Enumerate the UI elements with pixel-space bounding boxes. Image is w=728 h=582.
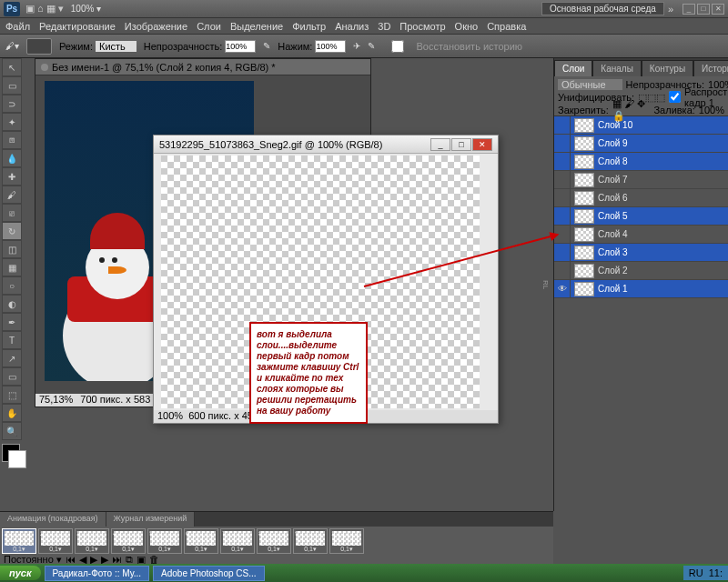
- tab-history[interactable]: История: [693, 60, 728, 76]
- menu-image[interactable]: Изображение: [125, 21, 187, 32]
- close-button[interactable]: ✕: [712, 4, 724, 15]
- frame[interactable]: 50,1▾: [147, 528, 182, 554]
- tab-animation[interactable]: Анимация (покадровая): [0, 512, 106, 527]
- visibility-icon[interactable]: [554, 262, 571, 280]
- history-brush-tool[interactable]: ↻: [2, 222, 22, 240]
- tool-preset-icon[interactable]: 🖌▾: [5, 41, 19, 51]
- type-tool[interactable]: T: [2, 331, 22, 349]
- frame[interactable]: 90,1▾: [293, 528, 328, 554]
- visibility-icon[interactable]: [554, 244, 571, 262]
- task-1[interactable]: Радикал-Фото :: Му...: [45, 566, 150, 581]
- visibility-icon[interactable]: [554, 153, 571, 171]
- lock-icons[interactable]: ▦ 🖌 ✥ 🔒: [612, 98, 651, 122]
- visibility-icon[interactable]: [554, 135, 571, 153]
- frame[interactable]: 10,1▾: [2, 528, 36, 554]
- visibility-icon[interactable]: [554, 116, 571, 135]
- tab-measurements[interactable]: Журнал измерений: [106, 512, 196, 527]
- tab-paths[interactable]: Контуры: [642, 60, 693, 76]
- menu-select[interactable]: Выделение: [230, 21, 283, 32]
- minimize-button[interactable]: _: [682, 4, 695, 15]
- frame[interactable]: 20,1▾: [38, 528, 73, 554]
- zoom-tool[interactable]: 🔍: [2, 422, 22, 440]
- maximize-button[interactable]: □: [697, 4, 710, 15]
- frame-delay[interactable]: 0,1▾: [148, 546, 181, 553]
- gradient-tool[interactable]: ▦: [2, 258, 22, 276]
- mode-select[interactable]: Кисть: [96, 41, 136, 52]
- layer-row[interactable]: Слой 6: [554, 189, 728, 207]
- menu-edit[interactable]: Редактирование: [39, 21, 116, 32]
- doc2-maximize[interactable]: □: [451, 138, 471, 151]
- menu-3d[interactable]: 3D: [378, 21, 390, 32]
- visibility-icon[interactable]: [554, 171, 571, 189]
- frame[interactable]: 40,1▾: [111, 528, 146, 554]
- visibility-icon[interactable]: [554, 189, 571, 207]
- menu-view[interactable]: Просмотр: [399, 21, 445, 32]
- doc2-close[interactable]: ✕: [472, 138, 492, 151]
- pen-tool[interactable]: ✒: [2, 313, 22, 331]
- frame-delay[interactable]: 0,1▾: [3, 546, 35, 553]
- menu-help[interactable]: Справка: [487, 21, 526, 32]
- zoom-display[interactable]: 100% ▾: [71, 4, 101, 14]
- tablet-pressure-icon[interactable]: ✎: [368, 41, 375, 51]
- frame[interactable]: 30,1▾: [75, 528, 109, 554]
- system-tray[interactable]: RU 11:: [683, 566, 728, 580]
- frame-delay[interactable]: 0,1▾: [185, 546, 217, 553]
- dodge-tool[interactable]: ◐: [2, 295, 22, 313]
- frame-delay[interactable]: 0,1▾: [221, 546, 254, 553]
- tab-layers[interactable]: Слои: [554, 60, 592, 76]
- path-tool[interactable]: ↗: [2, 349, 22, 367]
- doc1-zoom[interactable]: 75,13%: [39, 394, 73, 406]
- hand-tool[interactable]: ✋: [2, 404, 22, 422]
- brush-preset[interactable]: [26, 38, 52, 55]
- frame[interactable]: 80,1▾: [257, 528, 291, 554]
- start-button[interactable]: пуск: [0, 566, 41, 580]
- eyedropper-tool[interactable]: 💧: [2, 149, 22, 167]
- eraser-tool[interactable]: ◫: [2, 240, 22, 258]
- layer-row[interactable]: Слой 5: [554, 207, 728, 226]
- 3d-tool[interactable]: ⬚: [2, 386, 22, 404]
- menu-file[interactable]: Файл: [5, 21, 30, 32]
- blur-tool[interactable]: ○: [2, 276, 22, 295]
- frame-delay[interactable]: 0,1▾: [39, 546, 72, 553]
- marquee-tool[interactable]: ▭: [2, 76, 22, 95]
- frame-delay[interactable]: 0,1▾: [76, 546, 108, 553]
- crop-tool[interactable]: ⧆: [2, 131, 22, 149]
- stamp-tool[interactable]: ⎚: [2, 204, 22, 222]
- menu-window[interactable]: Окно: [455, 21, 479, 32]
- workspace-more-icon[interactable]: »: [668, 4, 673, 15]
- frame-delay[interactable]: 0,1▾: [112, 546, 145, 553]
- propagate-checkbox[interactable]: [669, 91, 681, 103]
- doc2-minimize[interactable]: _: [430, 138, 450, 151]
- menu-filter[interactable]: Фильтр: [292, 21, 326, 32]
- frame-delay[interactable]: 0,1▾: [294, 546, 327, 553]
- history-checkbox[interactable]: [382, 40, 413, 53]
- layer-row[interactable]: Слой 3: [554, 244, 728, 262]
- titlebar-icons[interactable]: ▣ ⌂ ▦ ▾: [25, 3, 64, 15]
- layer-row[interactable]: 👁Слой 1: [554, 280, 728, 298]
- layer-row[interactable]: Слой 8: [554, 153, 728, 171]
- layer-row[interactable]: Слой 7: [554, 171, 728, 189]
- menu-analysis[interactable]: Анализ: [335, 21, 369, 32]
- doc2-titlebar[interactable]: 53192295_51073863_Sneg2.gif @ 100% (RGB/…: [154, 135, 498, 154]
- doc2-zoom[interactable]: 100%: [157, 410, 183, 423]
- frame-delay[interactable]: 0,1▾: [258, 546, 290, 553]
- airbrush-icon[interactable]: ✈: [353, 41, 360, 51]
- shape-tool[interactable]: ▭: [2, 367, 22, 386]
- task-2[interactable]: Adobe Photoshop CS...: [153, 566, 265, 581]
- frame-delay[interactable]: 0,1▾: [330, 546, 363, 553]
- frame[interactable]: 100,1▾: [329, 528, 364, 554]
- heal-tool[interactable]: ✚: [2, 167, 22, 186]
- frame[interactable]: 60,1▾: [184, 528, 218, 554]
- blend-mode[interactable]: Обычные: [558, 79, 622, 90]
- fill-value[interactable]: 100%: [699, 105, 724, 115]
- visibility-icon[interactable]: [554, 207, 571, 226]
- layer-row[interactable]: Слой 2: [554, 262, 728, 280]
- visibility-icon[interactable]: 👁: [554, 280, 571, 298]
- wand-tool[interactable]: ✦: [2, 113, 22, 131]
- lasso-tool[interactable]: ⊃: [2, 95, 22, 113]
- brush-tool[interactable]: 🖌: [2, 186, 22, 204]
- flow-input[interactable]: [315, 40, 346, 53]
- doc1-tab[interactable]: Без имени-1 @ 75,1% (Слой 2 копия 4, RGB…: [35, 59, 370, 75]
- layer-row[interactable]: Слой 9: [554, 135, 728, 153]
- workspace-button[interactable]: Основная рабочая среда: [541, 2, 664, 15]
